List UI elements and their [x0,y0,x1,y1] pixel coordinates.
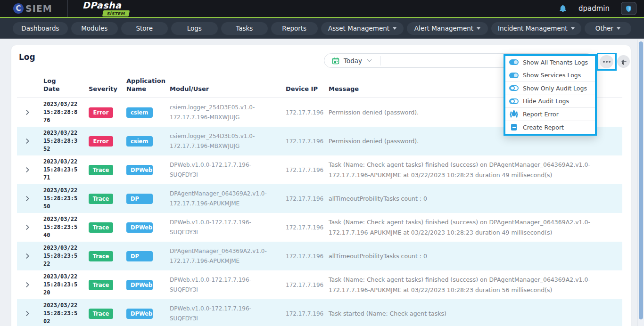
cell-device-ip: 172.17.7.196 [286,196,329,202]
menu-item-label: Show Services Logs [523,72,581,79]
cell-log-date: 2023/03/22 15:28:28:876 [38,100,89,124]
row-expander[interactable] [17,224,38,230]
menu-item-label: Create Report [523,124,564,131]
nav-item[interactable]: Incident Management [491,22,581,35]
sistem-badge: SİSTEM [102,10,130,16]
cell-message: allTimeoutProbilityTasks count : 0 [329,194,622,204]
actions-menu-item[interactable]: Report Error [505,108,595,121]
row-expander[interactable] [17,253,38,259]
row-expander[interactable] [17,138,38,144]
cell-modul-user: DPAgentManager_064369A2.v1.0-172.17.7.19… [170,246,286,266]
chevron-right-icon [25,167,31,173]
actions-menu-item[interactable]: Create Report [505,121,595,134]
chevron-right-icon [25,224,31,230]
severity-badge: Trace [89,251,113,261]
cell-modul-user: csiem.logger_254D3E05.v1.0-172.17.7.196-… [170,103,286,122]
severity-badge: Error [89,107,113,118]
cell-log-date: 2023/03/22 15:28:23:522 [38,244,89,268]
dpasha-logo: DPasha SİSTEM [68,1,136,16]
username[interactable]: dpadmin [578,4,610,13]
page-scrollbar [637,40,644,326]
topbar: C SIEM DPasha SİSTEM dpadmin [0,0,644,17]
row-expander[interactable] [17,167,38,173]
cell-log-date: 2023/03/22 15:28:23:550 [38,187,89,211]
table-row[interactable]: 2023/03/22 15:28:23:520 Trace DPWeb DPWe… [17,270,622,299]
cell-log-date: 2023/03/22 15:28:28:352 [38,129,89,153]
table-row[interactable]: 2023/03/22 15:28:23:502 Trace DPWeb DPWe… [17,299,622,326]
row-expander[interactable] [17,282,38,288]
nav-item[interactable]: Store [121,22,168,35]
cell-message: allTimeoutProbilityTasks count : 0 [329,251,622,261]
actions-menu-item[interactable]: Hide Audit Logs [505,95,595,108]
menu-item-label: Hide Audit Logs [523,98,569,105]
cell-device-ip: 172.17.7.196 [286,310,329,317]
table-row[interactable]: 2023/03/22 15:28:23:550 Trace DP DPAgent… [17,184,622,213]
cell-severity: Trace [89,309,126,319]
nav-item[interactable]: Alert Management [407,22,487,35]
menu-item-label: Show All Tenants Logs [523,59,588,66]
cell-log-date: 2023/03/22 15:28:23:502 [38,302,89,326]
chevron-right-icon [25,282,31,288]
csiem-logo: C SIEM [0,3,67,14]
actions-menu-item[interactable]: Show Services Logs [505,69,595,82]
row-expander[interactable] [17,196,38,202]
nav-item-label: Modules [81,24,107,32]
header-log-date: Log Date [38,77,65,93]
cell-modul-user: DPWeb.v1.0.0-172.17.7.196-SUQFDY3I [170,304,286,323]
date-filter-label: Today [344,57,362,65]
cell-severity: Error [89,136,126,147]
menu-item-icon [509,98,519,104]
nav-item-label: Dashboards [21,24,59,32]
severity-badge: Trace [89,165,113,175]
application-badge: csiem [126,136,153,147]
nav-item-label: Alert Management [414,24,473,32]
severity-badge: Trace [89,194,113,204]
nav-item-label: Asset Management [328,24,389,32]
nav-item[interactable]: Tasks [221,22,268,35]
table-row[interactable]: 2023/03/22 15:28:23:540 Trace DPWeb DPWe… [17,213,622,242]
application-badge: DP [126,251,153,261]
cell-application: DPWeb [126,309,170,319]
cell-application: DPWeb [126,165,170,175]
bell-icon[interactable] [559,4,567,13]
row-expander[interactable] [17,109,38,115]
csiem-logo-text: SIEM [25,3,52,14]
nav-item[interactable]: Modules [71,22,118,35]
cell-severity: Trace [89,280,126,290]
nav-item[interactable]: Logs [171,22,218,35]
scrollbar-thumb[interactable] [639,41,643,319]
actions-menu-item[interactable]: Show All Tenants Logs [505,56,595,69]
menu-item-label: Show Only Audit Logs [523,85,587,92]
menu-item-icon [509,124,519,130]
collapse-back-button[interactable] [617,55,630,68]
actions-menu-item[interactable]: Show Only Audit Logs [505,82,595,95]
cell-severity: Trace [89,194,126,204]
header-application-name: Application Name [126,77,167,93]
cell-modul-user: csiem.logger_254D3E05.v1.0-172.17.7.196-… [170,131,286,151]
profile-shield-button[interactable] [621,2,636,15]
application-badge: DP [126,194,153,204]
chevron-right-icon [25,109,31,115]
log-card: Log Today Show All Tenants Logs Show Ser… [11,45,631,326]
application-badge: DPWeb [126,165,153,175]
more-actions-button[interactable] [600,55,613,68]
cell-device-ip: 172.17.7.196 [286,253,329,260]
cell-modul-user: DPWeb.v1.0.0-172.17.7.196-SUQFDY3I [170,160,286,179]
cell-message: Task (Name: Check agent tasks) finished … [329,160,622,180]
nav-item-label: Other [595,24,613,32]
caret-down-icon [393,27,396,30]
nav-item[interactable]: Other [585,22,631,35]
menu-item-icon [509,73,519,78]
nav-item[interactable]: Asset Management [321,22,404,35]
severity-badge: Error [89,136,113,147]
row-expander[interactable] [17,310,38,317]
nav-item[interactable]: Dashboards [13,22,68,35]
table-row[interactable]: 2023/03/22 15:28:23:571 Trace DPWeb DPWe… [17,155,622,184]
chevron-down-icon [367,57,372,62]
pill-divider [380,56,380,65]
application-badge: DPWeb [126,280,153,290]
cell-message: Task (Name: Check agent tasks) finished … [329,217,622,238]
nav-item[interactable]: Reports [271,22,318,35]
table-row[interactable]: 2023/03/22 15:28:23:522 Trace DP DPAgent… [17,242,622,270]
cell-application: DPWeb [126,280,170,290]
